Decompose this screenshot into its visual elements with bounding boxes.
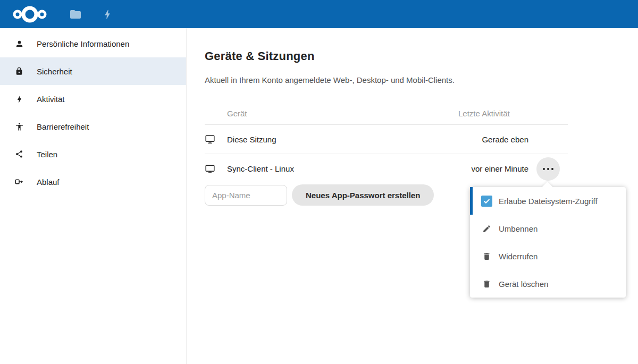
table-row: Sync-Client - Linux vor einer Minute: [205, 154, 568, 183]
device-name: Diese Sitzung: [227, 135, 454, 144]
monitor-icon: [205, 164, 227, 174]
files-app-button[interactable]: [60, 0, 91, 28]
share-icon: [14, 149, 24, 159]
logout-icon: [14, 177, 24, 187]
sidebar-item-label: Teilen: [37, 150, 57, 159]
create-app-password-button[interactable]: Neues App-Passwort erstellen: [292, 184, 434, 206]
page-title: Geräte & Sitzungen: [205, 49, 638, 63]
sidebar-item-label: Persönliche Informationen: [37, 39, 129, 48]
device-actions-popover: Erlaube Dateisystem-Zugriff Umbennen Wid…: [470, 187, 626, 298]
sidebar-item-flow[interactable]: Ablauf: [0, 168, 186, 196]
checkbox-checked-icon[interactable]: [481, 196, 492, 207]
menu-item-label: Umbennen: [499, 224, 538, 233]
settings-sidebar: Persönliche Informationen Sicherheit Akt…: [0, 28, 187, 364]
lock-icon: [14, 66, 24, 76]
lightning-icon: [14, 94, 24, 104]
table-header-row: Gerät Letzte Aktivität: [205, 102, 568, 125]
device-actions-menu-button[interactable]: [536, 157, 560, 181]
sidebar-item-security[interactable]: Sicherheit: [0, 57, 186, 85]
accessibility-icon: [14, 122, 24, 131]
table-row: Diese Sitzung Gerade eben: [205, 125, 568, 154]
nextcloud-logo-icon: [11, 4, 49, 24]
activity-app-button[interactable]: [91, 0, 123, 28]
monitor-icon: [205, 134, 227, 145]
menu-item-label: Widerrufen: [499, 252, 538, 261]
page-subtitle: Aktuell in Ihrem Konto angemeldete Web-,…: [205, 75, 638, 84]
menu-item-revoke[interactable]: Widerrufen: [470, 242, 626, 270]
menu-item-rename[interactable]: Umbennen: [470, 215, 626, 242]
device-name: Sync-Client - Linux: [227, 164, 454, 173]
sidebar-item-label: Ablauf: [37, 177, 60, 187]
column-header-last-activity: Letzte Aktivität: [454, 109, 528, 118]
security-settings-page: Persönliche Informationen Sicherheit Akt…: [0, 0, 638, 364]
sidebar-item-label: Aktivität: [37, 95, 65, 104]
folder-icon: [69, 8, 82, 21]
last-activity: vor einer Minute: [454, 164, 528, 173]
sidebar-item-accessibility[interactable]: Barrierefreiheit: [0, 113, 186, 140]
sidebar-item-personal-info[interactable]: Persönliche Informationen: [0, 30, 186, 57]
lightning-icon: [102, 9, 113, 20]
nextcloud-logo[interactable]: [10, 4, 50, 24]
menu-item-label: Erlaube Dateisystem-Zugriff: [499, 197, 598, 206]
active-accent-bar: [470, 187, 473, 215]
sidebar-item-label: Barrierefreiheit: [37, 122, 89, 131]
trash-icon: [481, 278, 492, 290]
ellipsis-icon: [543, 168, 545, 170]
last-activity: Gerade eben: [454, 135, 528, 144]
sessions-table: Gerät Letzte Aktivität Diese Sitzung Ger…: [205, 102, 568, 183]
menu-item-label: Gerät löschen: [499, 280, 548, 289]
sidebar-item-label: Sicherheit: [37, 67, 72, 76]
sidebar-item-activity[interactable]: Aktivität: [0, 85, 186, 113]
menu-item-allow-filesystem-access[interactable]: Erlaube Dateisystem-Zugriff: [470, 187, 626, 215]
app-name-input[interactable]: [205, 185, 287, 206]
person-icon: [14, 39, 24, 48]
trash-icon: [481, 251, 492, 262]
top-bar: [0, 0, 638, 28]
menu-item-delete-device[interactable]: Gerät löschen: [470, 270, 626, 298]
sidebar-item-sharing[interactable]: Teilen: [0, 140, 186, 168]
column-header-device: Gerät: [227, 109, 454, 118]
pencil-icon: [481, 223, 492, 234]
